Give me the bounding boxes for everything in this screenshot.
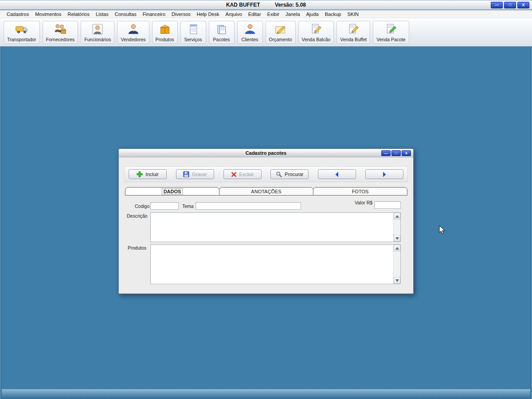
menu-item-skin[interactable]: SKIN bbox=[344, 11, 362, 18]
tema-input[interactable] bbox=[196, 202, 301, 210]
tab-fotos[interactable]: FOTOS bbox=[313, 187, 407, 196]
next-record-button[interactable] bbox=[365, 169, 403, 179]
window-edge-right bbox=[530, 47, 532, 399]
toolbar-button-orcamento[interactable]: Orçamento bbox=[266, 21, 296, 44]
menu-item-helpdesk[interactable]: Help Desk bbox=[194, 11, 223, 18]
codigo-input[interactable] bbox=[150, 202, 179, 210]
toolbar-button-venda-pacote[interactable]: Venda Pacote bbox=[373, 21, 409, 44]
menu-item-diversos[interactable]: Diversos bbox=[168, 11, 194, 18]
toolbar-button-vendedores[interactable]: Vendedores bbox=[117, 21, 149, 44]
dialog-action-toolbar: Incluir Gravar Excluir Procurar bbox=[124, 166, 408, 182]
toolbar-label: Fornecedores bbox=[46, 37, 75, 42]
menu-item-relatorios[interactable]: Relatórios bbox=[64, 11, 93, 18]
plus-icon bbox=[137, 171, 143, 177]
menu-item-arquivo[interactable]: Arquivo bbox=[223, 11, 245, 18]
codigo-label: Codigo bbox=[135, 203, 149, 209]
menu-item-janela[interactable]: Janela bbox=[282, 11, 303, 18]
toolbar-button-clientes[interactable]: Clientes bbox=[237, 21, 263, 44]
tab-dados[interactable]: DADOS bbox=[125, 187, 219, 196]
produtos-text[interactable] bbox=[151, 245, 393, 284]
menu-item-ajuda[interactable]: Ajuda bbox=[303, 11, 322, 18]
app-version: Versão: 5.08 bbox=[275, 2, 306, 8]
produtos-scrollbar[interactable] bbox=[393, 245, 400, 284]
dialog-close-button[interactable]: X bbox=[402, 150, 411, 156]
toolbar-button-transportador[interactable]: Transportador bbox=[4, 21, 40, 44]
toolbar-label: Orçamento bbox=[269, 37, 292, 42]
dialog-maximize-button[interactable]: □ bbox=[391, 150, 401, 156]
descricao-textarea[interactable] bbox=[150, 212, 401, 242]
menu-item-cadastros[interactable]: Cadastros bbox=[4, 11, 32, 18]
clients-icon bbox=[243, 23, 257, 36]
toolbar-button-produtos[interactable]: Produtos bbox=[152, 21, 178, 44]
excluir-button[interactable]: Excluir bbox=[223, 169, 262, 179]
tab-anotacoes-label: ANOTAÇÕES bbox=[251, 189, 281, 194]
packages-icon bbox=[215, 23, 228, 36]
close-button[interactable]: X bbox=[517, 2, 529, 8]
app-title-name: KAD BUFFET bbox=[226, 2, 260, 8]
menu-bar: Cadastros Movimentos Relatórios Listas C… bbox=[0, 10, 532, 18]
tab-dados-label: DADOS bbox=[162, 189, 183, 194]
scroll-up-icon[interactable] bbox=[394, 213, 400, 219]
suppliers-icon bbox=[54, 23, 67, 36]
descricao-scrollbar[interactable] bbox=[393, 213, 400, 242]
menu-item-backup[interactable]: Backup bbox=[322, 11, 344, 18]
counter-sale-icon bbox=[309, 23, 323, 36]
minimize-button[interactable]: — bbox=[491, 2, 503, 8]
maximize-button[interactable]: □ bbox=[504, 2, 516, 8]
toolbar-label: Venda Balcão bbox=[302, 37, 331, 42]
estimate-icon bbox=[274, 23, 287, 36]
save-icon bbox=[183, 171, 189, 177]
procurar-button[interactable]: Procurar bbox=[270, 169, 309, 179]
toolbar-button-venda-balcao[interactable]: Venda Balcão bbox=[298, 21, 334, 44]
toolbar-button-venda-buffet[interactable]: Venda Buffet bbox=[336, 21, 370, 44]
scroll-down-icon[interactable] bbox=[394, 277, 400, 284]
truck-icon bbox=[15, 23, 28, 36]
dialog-titlebar[interactable]: Cadastro pacotes — □ X bbox=[119, 149, 413, 157]
dialog-title: Cadastro pacotes bbox=[246, 150, 286, 156]
descricao-text[interactable] bbox=[151, 213, 393, 242]
menu-item-editar[interactable]: Editar bbox=[245, 11, 264, 18]
salespeople-icon bbox=[127, 23, 140, 36]
toolbar-label: Funcionários bbox=[84, 37, 111, 42]
menu-item-listas[interactable]: Listas bbox=[93, 11, 112, 18]
toolbar-button-servicos[interactable]: Serviços bbox=[180, 21, 206, 44]
window-edge-left bbox=[0, 47, 2, 399]
toolbar-label: Venda Buffet bbox=[340, 37, 367, 42]
left-arrow-icon bbox=[334, 172, 340, 177]
toolbar-label: Clientes bbox=[242, 37, 258, 42]
valor-input[interactable] bbox=[374, 201, 401, 209]
menu-item-movimentos[interactable]: Movimentos bbox=[32, 11, 64, 18]
services-icon bbox=[187, 23, 200, 36]
produtos-textarea[interactable] bbox=[150, 244, 401, 284]
toolbar-button-funcionarios[interactable]: Funcionários bbox=[81, 21, 114, 44]
icon-toolbar: Transportador Fornecedores Funcionários … bbox=[0, 18, 532, 47]
menu-item-consultas[interactable]: Consultas bbox=[112, 11, 140, 18]
menu-item-exibir[interactable]: Exibir bbox=[264, 11, 283, 18]
toolbar-label: Transportador bbox=[7, 37, 36, 42]
toolbar-button-fornecedores[interactable]: Fornecedores bbox=[43, 21, 78, 44]
tab-anotacoes[interactable]: ANOTAÇÕES bbox=[219, 187, 313, 196]
gravar-button[interactable]: Gravar bbox=[176, 169, 214, 179]
excluir-label: Excluir bbox=[239, 172, 254, 177]
tab-fotos-label: FOTOS bbox=[352, 189, 369, 194]
gravar-label: Gravar bbox=[192, 172, 207, 177]
menu-item-financeiro[interactable]: Financeiro bbox=[140, 11, 168, 18]
incluir-button[interactable]: Incluir bbox=[129, 169, 167, 179]
delete-x-icon bbox=[231, 172, 237, 177]
app-title: KAD BUFFET Versão: 5.08 bbox=[0, 0, 532, 10]
descricao-label: Descrição bbox=[127, 213, 148, 219]
toolbar-label: Serviços bbox=[184, 37, 202, 42]
previous-record-button[interactable] bbox=[318, 169, 356, 179]
scroll-up-icon[interactable] bbox=[394, 245, 400, 251]
toolbar-label: Produtos bbox=[156, 37, 174, 42]
toolbar-button-pacotes[interactable]: Pacotes bbox=[209, 21, 235, 44]
employees-icon bbox=[91, 23, 104, 36]
right-arrow-icon bbox=[381, 172, 387, 177]
cadastro-pacotes-window: Cadastro pacotes — □ X Incluir Gravar bbox=[118, 149, 414, 294]
dialog-body: Incluir Gravar Excluir Procurar bbox=[119, 157, 413, 294]
scroll-down-icon[interactable] bbox=[394, 235, 400, 242]
dialog-minimize-button[interactable]: — bbox=[381, 150, 391, 156]
window-controls: — □ X bbox=[491, 2, 529, 8]
toolbar-label: Vendedores bbox=[121, 37, 145, 42]
buffet-sale-icon bbox=[347, 23, 360, 36]
